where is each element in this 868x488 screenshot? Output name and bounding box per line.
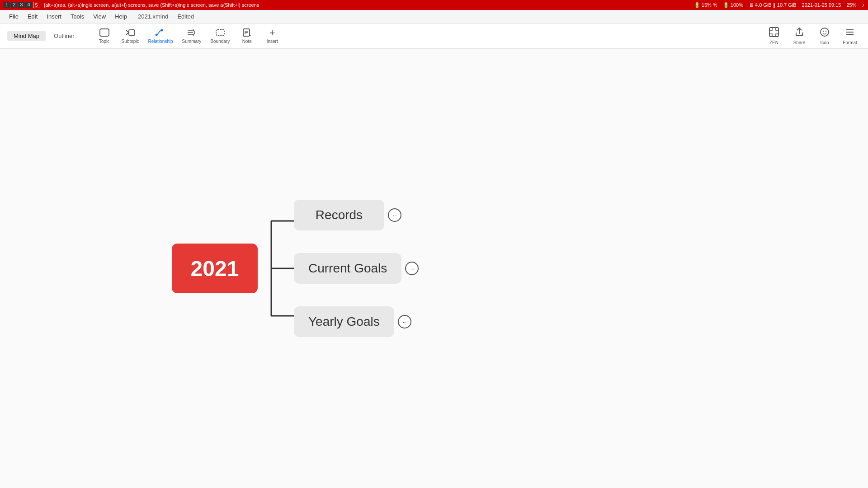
tool-insert[interactable]: + Insert — [261, 25, 283, 47]
workspace-4[interactable]: 4 — [25, 2, 32, 8]
workspace-2[interactable]: 2 — [11, 2, 17, 8]
boundary-label: Boundary — [210, 39, 230, 44]
toolbar-right: ZEN Share Icon Format — [763, 25, 861, 47]
ram-info: 🖥 4.0 GiB ‖ 10.7 GiB — [749, 2, 797, 8]
summary-label: Summary — [182, 39, 202, 44]
tool-topic[interactable]: Topic — [94, 25, 115, 47]
menu-file[interactable]: File — [5, 12, 22, 21]
tool-note[interactable]: Note — [236, 25, 258, 47]
datetime: 2021-01-25 09:15 — [802, 2, 841, 8]
tool-zen[interactable]: ZEN — [763, 25, 785, 47]
relationship-label: Relationship — [148, 39, 173, 44]
branch-node-yearly-goals[interactable]: Yearly Goals — [294, 306, 394, 337]
topic-icon — [99, 28, 109, 38]
menu-help[interactable]: Help — [111, 12, 131, 21]
branch-row-records: Records ··· — [294, 200, 401, 230]
status-bar: 1 2 3 4 5 {alt+a)rea, {alt+s)ingle scree… — [0, 0, 868, 10]
tab-outliner[interactable]: Outliner — [47, 31, 81, 41]
battery-status: 🔋 15% % — [694, 2, 717, 8]
subtopic-icon — [125, 28, 135, 38]
connector-svg — [258, 196, 294, 341]
svg-rect-8 — [216, 29, 224, 36]
branch-records-label: Records — [316, 208, 363, 222]
branch-node-current-goals[interactable]: Current Goals — [294, 253, 401, 284]
tool-subtopic[interactable]: Subtopic — [119, 25, 142, 47]
note-icon — [242, 28, 252, 38]
tab-mindmap[interactable]: Mind Map — [7, 31, 46, 41]
branch-yearly-goals-label: Yearly Goals — [308, 314, 380, 328]
summary-icon — [187, 28, 197, 38]
subtopic-label: Subtopic — [122, 39, 139, 44]
filename: 2021.xmind — Edited — [138, 13, 194, 20]
svg-point-14 — [821, 28, 829, 36]
central-node-label: 2021 — [191, 256, 239, 281]
zoom-level: 25% — [846, 2, 856, 8]
workspace-1[interactable]: 1 — [4, 2, 10, 8]
branch-row-current-goals: Current Goals ··· — [294, 253, 419, 284]
share-icon — [794, 27, 804, 39]
tool-share[interactable]: Share — [788, 25, 810, 47]
system-info: 🔋 15% % 🔋 100% 🖥 4.0 GiB ‖ 10.7 GiB 2021… — [694, 2, 864, 8]
insert-label: Insert — [267, 39, 278, 44]
branch-yearly-goals-expand-icon: ··· — [403, 319, 406, 325]
branch-node-records[interactable]: Records — [294, 200, 384, 230]
icon-label: Icon — [821, 40, 829, 45]
canvas[interactable]: 2021 Records ··· — [0, 49, 868, 488]
svg-point-15 — [823, 30, 824, 31]
tool-icon[interactable]: Icon — [814, 25, 835, 47]
memory-info: 🔋 100% — [723, 2, 743, 8]
branch-records-expand-icon: ··· — [393, 212, 396, 219]
branch-records-expand[interactable]: ··· — [388, 208, 401, 222]
tool-relationship[interactable]: Relationship — [146, 25, 176, 47]
workspace-5-active[interactable]: 5 — [33, 2, 40, 8]
branch-current-goals-expand[interactable]: ··· — [405, 262, 419, 275]
share-label: Share — [793, 40, 806, 45]
menu-insert[interactable]: Insert — [43, 12, 65, 21]
icon-icon — [820, 27, 830, 39]
insert-icon: + — [269, 28, 275, 38]
zen-label: ZEN — [769, 40, 778, 45]
svg-point-16 — [826, 30, 826, 31]
shortcut-hint: {alt+a)rea, {alt+s)ingle screen, a{alt+l… — [44, 2, 259, 8]
branch-yearly-goals-expand[interactable]: ··· — [398, 315, 411, 328]
branch-row-yearly-goals: Yearly Goals ··· — [294, 306, 411, 337]
boundary-icon — [215, 28, 225, 38]
central-node[interactable]: 2021 — [172, 244, 258, 293]
svg-rect-0 — [100, 29, 109, 36]
workspace-3[interactable]: 3 — [18, 2, 24, 8]
menu-edit[interactable]: Edit — [24, 12, 41, 21]
toolbar: Mind Map Outliner Topic Subtopic Relatio… — [0, 23, 868, 49]
view-tabs: Mind Map Outliner — [7, 31, 81, 41]
tool-boundary[interactable]: Boundary — [208, 25, 232, 47]
topic-label: Topic — [99, 39, 109, 44]
volume-icon: ♪ — [862, 2, 865, 8]
menu-tools[interactable]: Tools — [67, 12, 88, 21]
svg-rect-13 — [769, 28, 778, 37]
tool-summary[interactable]: Summary — [179, 25, 204, 47]
format-label: Format — [843, 40, 857, 45]
zen-icon — [769, 27, 779, 39]
relationship-icon — [156, 28, 165, 38]
workspace-numbers[interactable]: 1 2 3 4 5 — [4, 2, 40, 8]
branch-current-goals-label: Current Goals — [308, 261, 387, 275]
svg-rect-2 — [129, 30, 135, 35]
branch-current-goals-expand-icon: ··· — [410, 265, 414, 272]
menu-view[interactable]: View — [90, 12, 109, 21]
format-icon — [845, 27, 855, 39]
menu-bar: File Edit Insert Tools View Help 2021.xm… — [0, 10, 868, 23]
note-label: Note — [242, 39, 252, 44]
tool-format[interactable]: Format — [839, 25, 861, 47]
